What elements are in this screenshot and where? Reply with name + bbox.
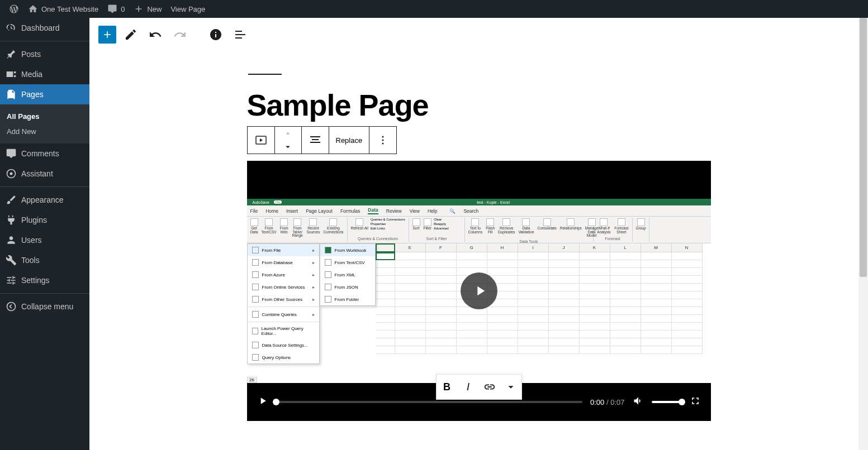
- excel-tab: Insert: [286, 208, 298, 214]
- sidebar-label: Assistant: [21, 169, 53, 178]
- edit-mode-button[interactable]: [121, 25, 141, 45]
- sidebar-label: Settings: [21, 276, 50, 285]
- editor-area: Sample Page Replace AutoSaveOn test - Ko…: [89, 18, 868, 450]
- pin-icon: [6, 49, 17, 60]
- sidebar-item-pages[interactable]: Pages: [0, 84, 89, 104]
- dd-item: Launch Power Query Editor...: [248, 323, 319, 339]
- sidebar-item-media[interactable]: Media: [0, 64, 89, 84]
- sidebar-item-dashboard[interactable]: Dashboard: [0, 18, 89, 38]
- dd-item: Data Source Settings...: [248, 339, 319, 351]
- dd-item: Combine Queries▸: [248, 308, 319, 320]
- video-controls: 0:00 / 0:07 B I: [247, 383, 711, 421]
- excel-ribbon: Get DataFrom Text/CSVFrom WebFrom Table/…: [247, 217, 711, 243]
- progress-bar[interactable]: [276, 401, 583, 403]
- replace-button[interactable]: Replace: [329, 127, 370, 154]
- site-name: One Test Website: [41, 5, 98, 13]
- submenu-all-pages[interactable]: All Pages: [0, 109, 89, 124]
- comments-link[interactable]: 0: [103, 0, 129, 18]
- info-button[interactable]: [206, 25, 226, 45]
- view-page-label: View Page: [170, 5, 205, 13]
- sidebar-submenu: All Pages Add New: [0, 104, 89, 143]
- excel-autosave: AutoSave: [253, 200, 269, 204]
- video-block[interactable]: AutoSaveOn test - Kopie - Excel File Hom…: [247, 161, 711, 421]
- redo-icon: [173, 28, 187, 41]
- block-type-button[interactable]: [248, 127, 275, 154]
- bold-button[interactable]: B: [437, 375, 458, 399]
- play-overlay-button[interactable]: [461, 272, 497, 309]
- sidebar-label: Media: [21, 70, 42, 79]
- mute-button[interactable]: [633, 395, 644, 409]
- excel-tabs: File Home Insert Page Layout Formulas Da…: [247, 205, 711, 217]
- sidebar-item-assistant[interactable]: Assistant: [0, 164, 89, 184]
- block-movers: [275, 127, 302, 154]
- pages-icon: [6, 89, 17, 100]
- kebab-icon: [376, 133, 390, 147]
- info-icon: [209, 28, 222, 41]
- view-page-link[interactable]: View Page: [166, 0, 210, 18]
- page-title[interactable]: Sample Page: [247, 89, 711, 122]
- italic-button[interactable]: I: [458, 375, 479, 399]
- wrench-icon: [6, 255, 17, 266]
- dd-item: From Other Sources▸: [248, 293, 319, 305]
- sliders-icon: [6, 275, 17, 286]
- dd-item: From Database▸: [248, 256, 319, 269]
- redo-button: [170, 25, 190, 45]
- site-link[interactable]: One Test Website: [23, 0, 103, 18]
- progress-thumb[interactable]: [273, 399, 279, 405]
- sidebar-item-posts[interactable]: Posts: [0, 44, 89, 64]
- dd-item: From Online Services▸: [248, 281, 319, 293]
- dashboard-icon: [6, 22, 17, 33]
- more-format-button[interactable]: [500, 375, 521, 399]
- more-options-button[interactable]: [369, 127, 396, 154]
- sidebar-label: Posts: [21, 50, 41, 59]
- home-icon: [28, 4, 38, 14]
- play-icon: [472, 283, 488, 299]
- submenu-add-new[interactable]: Add New: [0, 124, 89, 139]
- scrollbar-thumb[interactable]: [860, 18, 867, 277]
- sidebar-item-tools[interactable]: Tools: [0, 250, 89, 270]
- link-button[interactable]: [479, 375, 500, 399]
- fullscreen-button[interactable]: [690, 395, 701, 409]
- new-content-link[interactable]: New: [129, 0, 166, 18]
- separator: [0, 41, 89, 41]
- vertical-scrollbar[interactable]: [858, 18, 868, 450]
- video-letterbox-top: [247, 161, 711, 199]
- play-button[interactable]: [257, 395, 268, 409]
- separator: [0, 186, 89, 187]
- volume-slider[interactable]: [652, 401, 682, 403]
- sub-item: From JSON: [320, 281, 375, 293]
- add-block-button[interactable]: [98, 26, 116, 44]
- sidebar-label: Tools: [21, 256, 40, 265]
- volume-thumb[interactable]: [679, 399, 685, 405]
- admin-bar: One Test Website 0 New View Page: [0, 0, 868, 18]
- video-block-icon: [254, 133, 268, 147]
- wordpress-logo[interactable]: [4, 0, 23, 18]
- sidebar-item-collapse[interactable]: Collapse menu: [0, 296, 89, 317]
- excel-tab: Review: [386, 208, 402, 214]
- sidebar-item-appearance[interactable]: Appearance: [0, 190, 89, 210]
- outline-button[interactable]: [230, 25, 250, 45]
- video-time: 0:00 / 0:07: [590, 398, 624, 406]
- new-label: New: [147, 5, 162, 13]
- sidebar-item-plugins[interactable]: Plugins: [0, 210, 89, 230]
- media-icon: [6, 69, 17, 80]
- excel-tab: File: [250, 208, 258, 214]
- excel-tab: Page Layout: [306, 208, 333, 214]
- block-toolbar: Replace: [247, 126, 397, 154]
- sidebar-label: Plugins: [21, 216, 47, 224]
- undo-button[interactable]: [145, 25, 165, 45]
- sidebar-item-users[interactable]: Users: [0, 230, 89, 250]
- excel-title: test - Kopie - Excel: [282, 200, 705, 204]
- excel-grid: E F G H I J K L M N: [376, 243, 711, 383]
- comments-icon: [6, 148, 17, 159]
- sidebar-item-settings[interactable]: Settings: [0, 270, 89, 290]
- excel-tab-active: Data: [368, 207, 378, 214]
- sidebar-item-comments[interactable]: Comments: [0, 143, 89, 164]
- move-down-button[interactable]: [275, 140, 301, 154]
- align-button[interactable]: [302, 127, 329, 154]
- excel-tab: Home: [265, 208, 278, 214]
- excel-tab: View: [410, 208, 420, 214]
- excel-titlebar: AutoSaveOn test - Kopie - Excel: [247, 199, 711, 205]
- excel-tab: Help: [428, 208, 437, 214]
- excel-tab: Formulas: [340, 208, 360, 214]
